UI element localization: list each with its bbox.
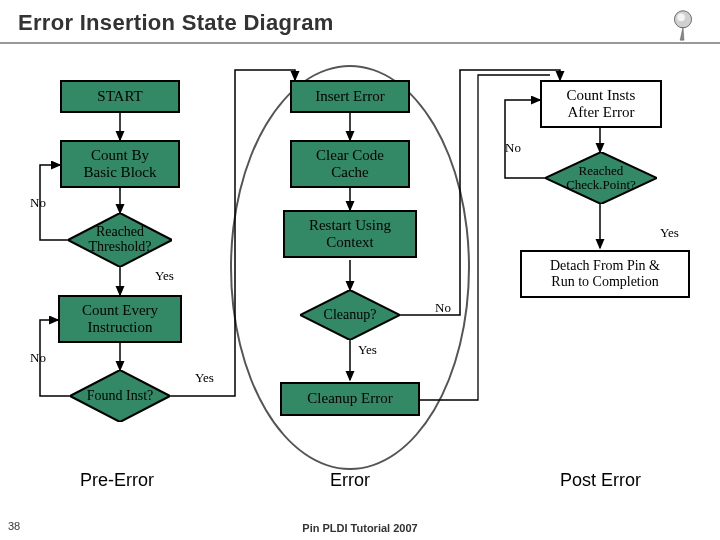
node-count-every: Count Every Instruction bbox=[58, 295, 182, 343]
label-found-no: No bbox=[30, 350, 46, 366]
svg-marker-13 bbox=[70, 370, 170, 422]
svg-marker-12 bbox=[68, 213, 172, 267]
title-underline bbox=[0, 42, 720, 44]
node-detach: Detach From Pin & Run to Completion bbox=[520, 250, 690, 298]
node-restart-ctx: Restart Using Context bbox=[283, 210, 417, 258]
node-count-bb: Count By Basic Block bbox=[60, 140, 180, 188]
section-pre-error: Pre-Error bbox=[80, 470, 154, 491]
label-cleanup-no: No bbox=[435, 300, 451, 316]
node-cleanup-error: Cleanup Error bbox=[280, 382, 420, 416]
node-start: START bbox=[60, 80, 180, 113]
label-threshold-yes: Yes bbox=[155, 268, 174, 284]
node-clear-cache: Clear Code Cache bbox=[290, 140, 410, 188]
svg-marker-15 bbox=[545, 152, 657, 204]
label-cp-yes: Yes bbox=[660, 225, 679, 241]
svg-marker-14 bbox=[300, 290, 400, 340]
label-threshold-no: No bbox=[30, 195, 46, 211]
label-cleanup-yes: Yes bbox=[358, 342, 377, 358]
pushpin-icon bbox=[664, 6, 702, 44]
slide-number: 38 bbox=[8, 520, 20, 532]
label-cp-no: No bbox=[505, 140, 521, 156]
footer-text: Pin PLDI Tutorial 2007 bbox=[302, 522, 417, 534]
node-insert-error: Insert Error bbox=[290, 80, 410, 113]
label-found-yes: Yes bbox=[195, 370, 214, 386]
slide-title: Error Insertion State Diagram bbox=[18, 10, 334, 36]
section-error: Error bbox=[330, 470, 370, 491]
node-count-after: Count Insts After Error bbox=[540, 80, 662, 128]
svg-point-1 bbox=[677, 14, 685, 22]
section-post-error: Post Error bbox=[560, 470, 641, 491]
